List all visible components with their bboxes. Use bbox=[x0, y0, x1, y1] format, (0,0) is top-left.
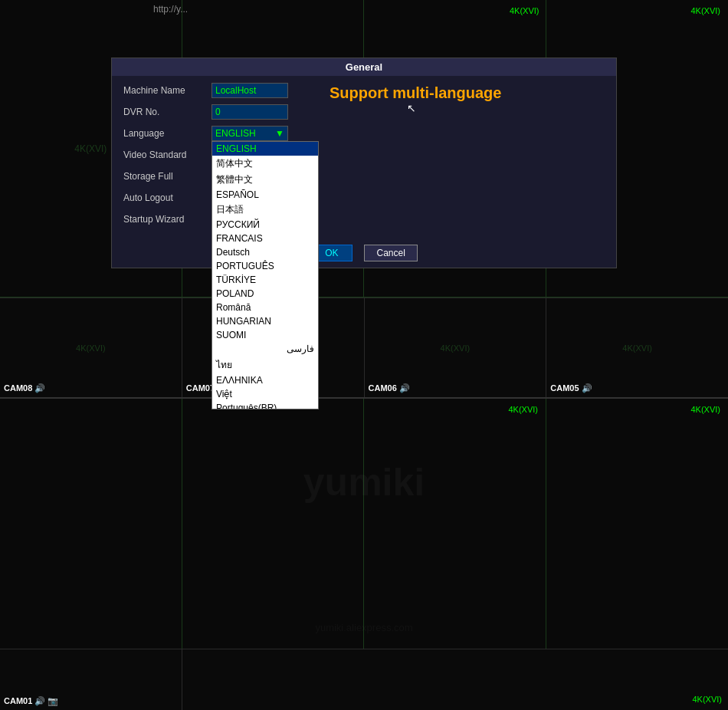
bottom-cam-strip-top: 4K(XVI) CAM08 🔊 4K(XVI) CAM07 🔊 4K(XVI) … bbox=[0, 297, 728, 397]
bottom-screen: 4K(XVI) 4K(XVI) yumiki yumiki.aliexpress… bbox=[0, 399, 728, 710]
support-text: Support multi-language bbox=[330, 84, 501, 102]
4k-label-bottom-strip: 4K(XVI) bbox=[692, 695, 722, 704]
cam-label-1: 4K(XVI) bbox=[74, 143, 107, 154]
field-auto-logout: Auto Logout Never bbox=[123, 189, 605, 206]
cam-cell-08: 4K(XVI) CAM08 🔊 bbox=[0, 298, 182, 397]
cam-cell-01-bottom: CAM01 🔊 📷 bbox=[0, 649, 182, 710]
dropdown-arrow-icon: ▼ bbox=[275, 128, 284, 139]
language-dropdown-container: ENGLISH ▼ ENGLISH 简体中文 繁體中文 ESPAÑOL 日本語 … bbox=[212, 126, 288, 141]
lang-option-french[interactable]: FRANCAIS bbox=[212, 232, 318, 245]
field-dvr-no: DVR No. bbox=[123, 104, 605, 120]
cancel-button[interactable]: Cancel bbox=[364, 245, 417, 261]
lang-option-romanian[interactable]: Română bbox=[212, 301, 318, 314]
lang-option-portuguese[interactable]: PORTUGUÊS bbox=[212, 259, 318, 273]
cam-cell-06: 4K(XVI) CAM06 🔊 bbox=[365, 298, 547, 397]
field-storage-full: Storage Full Overwrite bbox=[123, 168, 605, 185]
field-startup-wizard: Startup Wizard Enable bbox=[123, 211, 605, 228]
label-dvr-no: DVR No. bbox=[123, 107, 212, 117]
lang-option-thai[interactable]: ไทย bbox=[212, 356, 318, 373]
cam-label-05: CAM05 🔊 bbox=[550, 383, 592, 393]
lang-option-simplified-chinese[interactable]: 简体中文 bbox=[212, 156, 318, 172]
cam-label-06: CAM06 🔊 bbox=[369, 383, 410, 393]
label-machine-name: Machine Name bbox=[123, 85, 212, 96]
lang-option-japanese[interactable]: 日本語 bbox=[212, 202, 318, 218]
lang-option-finnish[interactable]: SUOMI bbox=[212, 328, 318, 342]
top-screen: 4K(XVI) 4K(XVI) 4K(XVI) http://y... 4K(X… bbox=[0, 0, 728, 399]
lang-option-russian[interactable]: РУССКИЙ bbox=[212, 218, 318, 232]
cam-label-01-bottom: CAM01 🔊 📷 bbox=[4, 696, 58, 706]
lang-option-vietnamese[interactable]: Việt bbox=[212, 387, 318, 401]
4k-label-bottom-far-right: 4K(XVI) bbox=[690, 405, 720, 414]
lang-option-english[interactable]: ENGLISH bbox=[212, 142, 318, 156]
lang-option-spanish[interactable]: ESPAÑOL bbox=[212, 188, 318, 202]
input-machine-name[interactable] bbox=[212, 83, 288, 98]
label-video-standard: Video Standard bbox=[123, 150, 212, 160]
language-select[interactable]: ENGLISH ▼ bbox=[212, 126, 288, 141]
lang-option-german[interactable]: Deutsch bbox=[212, 245, 318, 259]
cam-4k-indicator: 4K(XVI) bbox=[510, 6, 539, 15]
lang-option-greek[interactable]: ΕΛΛΗΝΙΚΑ bbox=[212, 373, 318, 387]
input-dvr-no[interactable] bbox=[212, 104, 288, 120]
cam-label-08: CAM08 🔊 bbox=[4, 383, 45, 393]
label-language: Language bbox=[123, 128, 212, 139]
label-storage-full: Storage Full bbox=[123, 171, 212, 182]
lang-option-hungarian[interactable]: HUNGARIAN bbox=[212, 314, 318, 328]
bottom-cam-strip-bottom: CAM01 🔊 📷 4K(XVI) bbox=[0, 649, 728, 710]
language-dropdown-list[interactable]: ENGLISH 简体中文 繁體中文 ESPAÑOL 日本語 РУССКИЙ FR… bbox=[212, 141, 319, 409]
label-startup-wizard: Startup Wizard bbox=[123, 214, 212, 225]
label-auto-logout: Auto Logout bbox=[123, 192, 212, 203]
mouse-cursor: ↖ bbox=[407, 102, 416, 114]
lang-option-portuguese-br[interactable]: Português(BR) bbox=[212, 401, 318, 409]
lang-option-turkish[interactable]: TÜRKİYE bbox=[212, 273, 318, 287]
url-bar: http://y... bbox=[153, 4, 188, 15]
4k-label-top-right: 4K(XVI) bbox=[690, 6, 720, 15]
language-selected-value: ENGLISH bbox=[215, 128, 256, 139]
cam-cells-empty: 4K(XVI) bbox=[182, 649, 728, 710]
field-language: Language ENGLISH ▼ ENGLISH 简体中文 繁體中文 ESP… bbox=[123, 125, 605, 142]
field-video-standard: Video Standard PAL NTSC bbox=[123, 146, 605, 163]
lang-option-polish[interactable]: POLAND bbox=[212, 287, 318, 301]
lang-option-traditional-chinese[interactable]: 繁體中文 bbox=[212, 172, 318, 188]
lang-option-farsi[interactable]: فارسی bbox=[212, 342, 318, 356]
4k-label-bottom-top-right: 4K(XVI) bbox=[508, 405, 538, 414]
dialog-general-title: General bbox=[112, 58, 616, 76]
cam-cell-05: 4K(XVI) CAM05 🔊 bbox=[546, 298, 728, 397]
